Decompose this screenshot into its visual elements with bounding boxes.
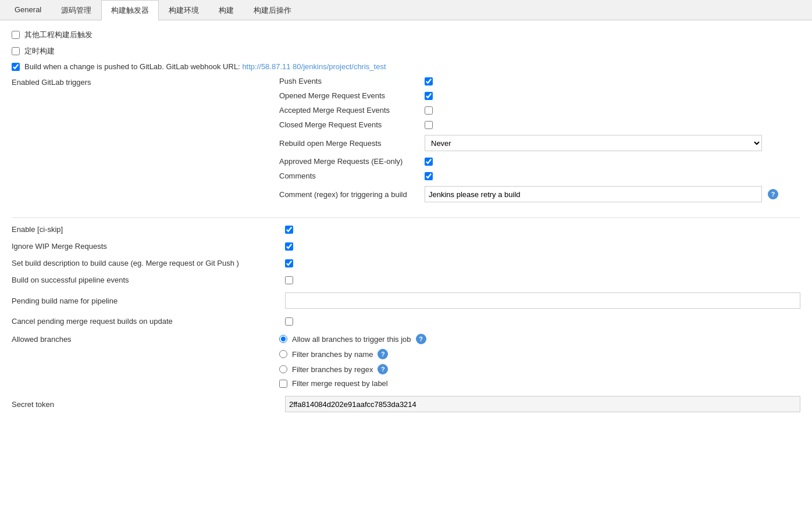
tab-source-mgmt[interactable]: 源码管理	[51, 0, 101, 20]
closed-mr-row: Closed Merge Request Events	[279, 120, 800, 129]
opened-mr-checkbox[interactable]	[425, 92, 433, 100]
allowed-branches-label: Allowed branches	[12, 334, 279, 344]
set-build-desc-row: Set build description to build cause (eg…	[12, 259, 800, 267]
branch-name-label: Filter branches by name	[292, 350, 373, 359]
ignore-wip-row: Ignore WIP Merge Requests	[12, 242, 800, 251]
ci-skip-label: Enable [ci-skip]	[12, 225, 279, 234]
comment-regex-help-icon[interactable]: ?	[768, 189, 778, 199]
webhook-url-link[interactable]: http://58.87.11 80/jenkins/project/chris…	[242, 62, 386, 71]
branch-regex-label: Filter branches by regex	[292, 365, 373, 374]
approved-mr-checkbox[interactable]	[425, 158, 433, 166]
set-build-desc-label: Set build description to build cause (eg…	[12, 259, 279, 267]
cancel-pending-checkbox[interactable]	[285, 317, 293, 326]
opened-mr-label: Opened Merge Request Events	[279, 91, 419, 100]
tab-build[interactable]: 构建	[209, 0, 244, 20]
gitlab-push-checkbox[interactable]	[12, 63, 20, 71]
closed-mr-label: Closed Merge Request Events	[279, 120, 419, 129]
gitlab-push-row: Build when a change is pushed to GitLab.…	[12, 62, 800, 71]
push-events-row: Push Events	[279, 77, 800, 85]
scheduled-build-label: 定时构建	[24, 46, 55, 56]
push-events-checkbox[interactable]	[425, 77, 433, 85]
enabled-triggers-section: Enabled GitLab triggers Push Events Open…	[12, 77, 800, 208]
divider-1	[12, 217, 800, 218]
branch-label-checkbox[interactable]	[279, 380, 287, 388]
branch-regex-option: Filter branches by regex ?	[279, 364, 800, 374]
cancel-pending-row: Cancel pending merge request builds on u…	[12, 317, 800, 326]
ci-skip-row: Enable [ci-skip]	[12, 225, 800, 234]
tab-general[interactable]: General	[5, 0, 51, 20]
allowed-branches-section: Allowed branches Allow all branches to t…	[12, 334, 800, 388]
triggers-right: Push Events Opened Merge Request Events …	[279, 77, 800, 208]
tab-build-env[interactable]: 构建环境	[159, 0, 209, 20]
pending-build-name-input[interactable]	[285, 292, 800, 309]
secret-token-input[interactable]: 2ffa814084d202e91aafcc7853da3214	[285, 396, 800, 412]
scheduled-build-checkbox[interactable]	[12, 47, 20, 55]
comments-row: Comments	[279, 172, 800, 180]
other-project-trigger-row: 其他工程构建后触发	[12, 30, 800, 40]
accepted-mr-row: Accepted Merge Request Events	[279, 106, 800, 115]
branch-all-option: Allow all branches to trigger this job ?	[279, 334, 800, 344]
main-content: 其他工程构建后触发 定时构建 Build when a change is pu…	[0, 20, 812, 507]
enabled-triggers-label: Enabled GitLab triggers	[12, 77, 279, 87]
branches-right: Allow all branches to trigger this job ?…	[279, 334, 800, 388]
gitlab-push-label: Build when a change is pushed to GitLab.…	[24, 62, 386, 71]
branch-name-option: Filter branches by name ?	[279, 349, 800, 359]
closed-mr-checkbox[interactable]	[425, 121, 433, 129]
branch-all-label: Allow all branches to trigger this job	[292, 335, 411, 344]
build-on-pipeline-row: Build on successful pipeline events	[12, 276, 800, 284]
ignore-wip-checkbox[interactable]	[285, 242, 293, 251]
ci-skip-checkbox[interactable]	[285, 226, 293, 234]
tab-post-build[interactable]: 构建后操作	[244, 0, 301, 20]
approved-mr-row: Approved Merge Requests (EE-only)	[279, 157, 800, 166]
comments-label: Comments	[279, 172, 419, 180]
branch-all-radio[interactable]	[279, 335, 287, 343]
comment-regex-label: Comment (regex) for triggering a build	[279, 190, 419, 199]
rebuild-mr-label: Rebuild open Merge Requests	[279, 139, 419, 148]
branch-regex-radio[interactable]	[279, 365, 287, 373]
approved-mr-label: Approved Merge Requests (EE-only)	[279, 157, 419, 166]
comment-regex-row: Comment (regex) for triggering a build J…	[279, 186, 800, 202]
push-events-label: Push Events	[279, 77, 419, 85]
opened-mr-row: Opened Merge Request Events	[279, 91, 800, 100]
build-on-pipeline-label: Build on successful pipeline events	[12, 276, 279, 284]
branch-label-option: Filter merge request by label	[279, 379, 800, 388]
cancel-pending-label: Cancel pending merge request builds on u…	[12, 317, 279, 326]
other-project-trigger-label: 其他工程构建后触发	[24, 30, 92, 40]
accepted-mr-label: Accepted Merge Request Events	[279, 106, 419, 115]
rebuild-mr-select[interactable]: Never On push to source branch On push t…	[425, 135, 762, 151]
branch-name-radio[interactable]	[279, 350, 287, 358]
pending-build-name-row: Pending build name for pipeline	[12, 292, 800, 309]
comments-checkbox[interactable]	[425, 172, 433, 180]
tab-build-triggers[interactable]: 构建触发器	[101, 0, 159, 20]
build-on-pipeline-checkbox[interactable]	[285, 276, 293, 284]
branch-all-help-icon[interactable]: ?	[416, 334, 426, 344]
rebuild-mr-row: Rebuild open Merge Requests Never On pus…	[279, 135, 800, 151]
pending-build-name-label: Pending build name for pipeline	[12, 297, 279, 305]
secret-token-label: Secret token	[12, 400, 279, 409]
scheduled-build-row: 定时构建	[12, 46, 800, 56]
branch-regex-help-icon[interactable]: ?	[377, 364, 388, 374]
tab-bar: General 源码管理 构建触发器 构建环境 构建 构建后操作	[0, 0, 812, 20]
branch-name-help-icon[interactable]: ?	[377, 349, 388, 359]
other-project-trigger-checkbox[interactable]	[12, 31, 20, 39]
ignore-wip-label: Ignore WIP Merge Requests	[12, 242, 279, 251]
branch-label-label: Filter merge request by label	[292, 379, 388, 388]
set-build-desc-checkbox[interactable]	[285, 259, 293, 267]
secret-token-row: Secret token 2ffa814084d202e91aafcc7853d…	[12, 396, 800, 412]
accepted-mr-checkbox[interactable]	[425, 106, 433, 115]
comment-regex-input[interactable]: Jenkins please retry a build	[425, 186, 762, 202]
